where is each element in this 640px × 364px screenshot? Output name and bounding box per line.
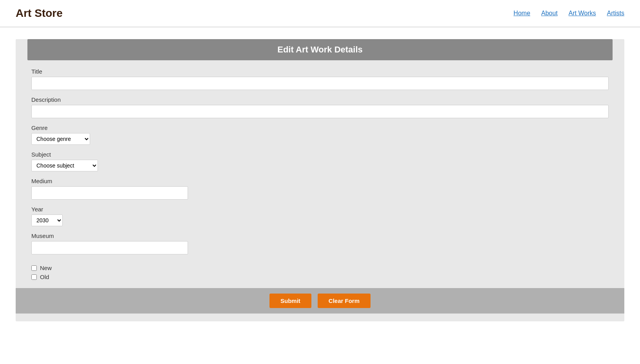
header: Art Store Home About Art Works Artists bbox=[0, 0, 640, 27]
genre-select[interactable]: Choose genre Abstract Landscape Portrait… bbox=[31, 133, 90, 145]
genre-label: Genre bbox=[31, 124, 609, 131]
form-body: Title Description Genre Choose genre Abs… bbox=[16, 60, 624, 265]
museum-label: Museum bbox=[31, 232, 609, 239]
form-footer: Submit Clear Form bbox=[16, 288, 624, 314]
site-logo: Art Store bbox=[16, 7, 63, 20]
title-label: Title bbox=[31, 68, 609, 75]
description-input[interactable] bbox=[31, 105, 609, 118]
genre-group: Genre Choose genre Abstract Landscape Po… bbox=[31, 124, 609, 145]
museum-group: Museum bbox=[31, 232, 609, 254]
main-nav: Home About Art Works Artists bbox=[513, 10, 624, 17]
clear-button[interactable]: Clear Form bbox=[318, 294, 371, 308]
new-checkbox-label[interactable]: New bbox=[31, 265, 624, 271]
nav-artists[interactable]: Artists bbox=[607, 10, 624, 17]
title-input[interactable] bbox=[31, 77, 609, 90]
description-label: Description bbox=[31, 96, 609, 103]
year-group: Year 2020 2021 2022 2023 2024 2025 2026 … bbox=[31, 206, 609, 226]
submit-button[interactable]: Submit bbox=[269, 294, 311, 308]
old-checkbox-label[interactable]: Old bbox=[31, 274, 624, 280]
main-content: Edit Art Work Details Title Description … bbox=[16, 39, 624, 321]
medium-group: Medium bbox=[31, 178, 609, 200]
medium-input[interactable] bbox=[31, 186, 188, 200]
title-group: Title bbox=[31, 68, 609, 90]
new-checkbox[interactable] bbox=[31, 265, 37, 271]
museum-input[interactable] bbox=[31, 241, 188, 254]
old-checkbox[interactable] bbox=[31, 274, 37, 280]
year-select[interactable]: 2020 2021 2022 2023 2024 2025 2026 2027 … bbox=[31, 214, 63, 226]
nav-artworks[interactable]: Art Works bbox=[569, 10, 596, 17]
subject-group: Subject Choose subject Nature People Ani… bbox=[31, 151, 609, 171]
nav-about[interactable]: About bbox=[541, 10, 558, 17]
condition-group: New Old bbox=[16, 265, 624, 280]
year-label: Year bbox=[31, 206, 609, 213]
subject-select[interactable]: Choose subject Nature People Animals Cit… bbox=[31, 160, 98, 171]
new-label: New bbox=[40, 265, 52, 271]
subject-label: Subject bbox=[31, 151, 609, 158]
form-title: Edit Art Work Details bbox=[27, 39, 613, 60]
medium-label: Medium bbox=[31, 178, 609, 184]
description-group: Description bbox=[31, 96, 609, 118]
old-label: Old bbox=[40, 274, 49, 280]
nav-home[interactable]: Home bbox=[513, 10, 530, 17]
